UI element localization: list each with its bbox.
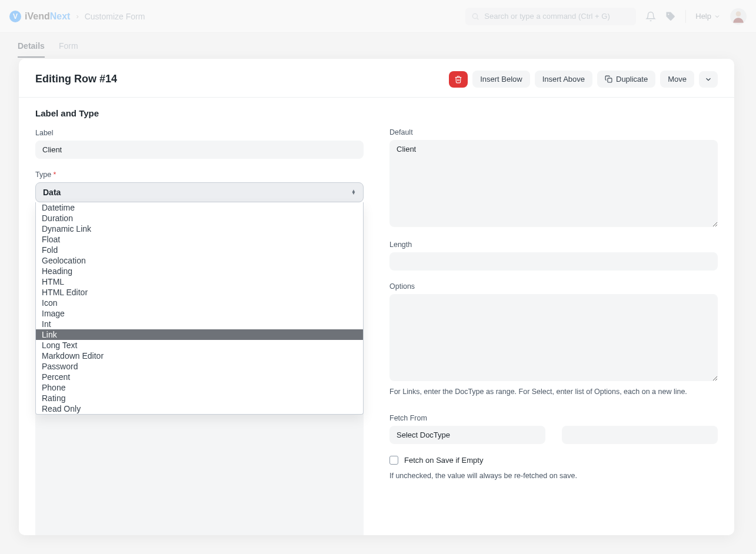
edit-row-modal: Editing Row #14 Insert Below Insert Abov… bbox=[19, 59, 734, 535]
search-input[interactable]: Search or type a command (Ctrl + G) bbox=[465, 8, 636, 25]
type-option[interactable]: Password bbox=[36, 361, 363, 372]
user-icon bbox=[731, 9, 746, 24]
type-select-value: Data bbox=[43, 188, 61, 197]
options-textarea[interactable] bbox=[389, 294, 718, 381]
type-option[interactable]: HTML bbox=[36, 276, 363, 287]
svg-line-1 bbox=[477, 18, 479, 19]
type-option[interactable]: Image bbox=[36, 308, 363, 319]
label-input[interactable] bbox=[35, 141, 364, 159]
insert-below-button[interactable]: Insert Below bbox=[472, 71, 530, 88]
topbar: V iVendNext › Customize Form Search or t… bbox=[0, 0, 756, 33]
type-field-label: Type * bbox=[35, 171, 364, 179]
type-dropdown[interactable]: DatetimeDurationDynamic LinkFloatFoldGeo… bbox=[35, 202, 364, 415]
type-select[interactable]: Data ▲▼ bbox=[35, 182, 364, 202]
svg-point-2 bbox=[668, 14, 669, 15]
help-label: Help bbox=[695, 12, 711, 21]
help-menu[interactable]: Help bbox=[695, 12, 721, 21]
insert-above-button[interactable]: Insert Above bbox=[535, 71, 592, 88]
options-field-label: Options bbox=[389, 282, 718, 291]
type-option[interactable]: Percent bbox=[36, 372, 363, 382]
label-field-label: Label bbox=[35, 129, 364, 137]
default-field-label: Default bbox=[389, 128, 718, 136]
search-placeholder: Search or type a command (Ctrl + G) bbox=[484, 12, 610, 21]
type-option[interactable]: Fold bbox=[36, 245, 363, 255]
type-option[interactable]: Markdown Editor bbox=[36, 351, 363, 361]
fetch-on-save-label: Fetch on Save if Empty bbox=[404, 456, 483, 465]
tab-form[interactable]: Form bbox=[59, 33, 78, 58]
type-option[interactable]: Long Text bbox=[36, 340, 363, 351]
options-help-text: For Links, enter the DocType as range. F… bbox=[389, 386, 718, 398]
fetch-on-save-checkbox[interactable] bbox=[389, 456, 398, 465]
duplicate-label: Duplicate bbox=[616, 75, 648, 84]
length-input[interactable] bbox=[389, 252, 718, 271]
trash-icon bbox=[454, 75, 462, 84]
search-icon bbox=[471, 12, 479, 21]
modal-header: Editing Row #14 Insert Below Insert Abov… bbox=[19, 59, 734, 98]
fetch-help-text: If unchecked, the value will always be r… bbox=[389, 470, 718, 482]
brand-logo-icon: V bbox=[9, 11, 21, 22]
delete-button[interactable] bbox=[449, 71, 468, 88]
breadcrumb-page[interactable]: Customize Form bbox=[85, 12, 145, 21]
tag-icon[interactable] bbox=[665, 11, 676, 22]
type-option[interactable]: Heading bbox=[36, 266, 363, 276]
svg-point-0 bbox=[473, 14, 478, 18]
fetch-from-doctype-input[interactable] bbox=[389, 426, 545, 444]
type-option[interactable]: Duration bbox=[36, 213, 363, 223]
tab-details[interactable]: Details bbox=[18, 33, 45, 58]
bell-icon[interactable] bbox=[645, 11, 656, 22]
type-option[interactable]: Link bbox=[36, 329, 363, 340]
type-option[interactable]: Rating bbox=[36, 393, 363, 403]
chevron-down-icon bbox=[704, 75, 712, 84]
type-option[interactable]: Read Only bbox=[36, 403, 363, 414]
type-option[interactable]: Geolocation bbox=[36, 255, 363, 266]
duplicate-button[interactable]: Duplicate bbox=[597, 71, 655, 88]
section-label-and-type: Label and Type bbox=[35, 108, 364, 118]
svg-rect-4 bbox=[608, 78, 612, 82]
length-field-label: Length bbox=[389, 241, 718, 249]
fetch-from-field-input[interactable] bbox=[562, 426, 718, 444]
type-option[interactable]: Icon bbox=[36, 298, 363, 308]
type-option[interactable]: Datetime bbox=[36, 202, 363, 213]
default-textarea[interactable]: Client bbox=[389, 140, 718, 227]
move-button[interactable]: Move bbox=[660, 71, 694, 88]
chevron-down-icon bbox=[714, 13, 721, 20]
separator bbox=[685, 10, 686, 23]
type-option[interactable]: Phone bbox=[36, 382, 363, 393]
type-option[interactable]: Float bbox=[36, 234, 363, 245]
svg-point-3 bbox=[736, 11, 741, 16]
brand-name: iVendNext bbox=[25, 11, 70, 22]
select-caret-icon: ▲▼ bbox=[351, 190, 356, 195]
avatar[interactable] bbox=[730, 8, 747, 25]
right-column: Default Client Length Options For Links,… bbox=[389, 108, 718, 530]
type-option[interactable]: HTML Editor bbox=[36, 287, 363, 298]
more-button[interactable] bbox=[699, 71, 718, 88]
brand[interactable]: V iVendNext bbox=[9, 11, 70, 22]
copy-icon bbox=[605, 75, 612, 83]
left-column: Label and Type Label Type * Data ▲▼ Date… bbox=[35, 108, 364, 530]
chevron-right-icon: › bbox=[76, 12, 78, 21]
type-option[interactable]: Int bbox=[36, 319, 363, 329]
tabs: Details Form bbox=[0, 33, 756, 58]
modal-title: Editing Row #14 bbox=[35, 73, 117, 85]
fetch-from-label: Fetch From bbox=[389, 414, 718, 422]
type-option[interactable]: Dynamic Link bbox=[36, 223, 363, 234]
